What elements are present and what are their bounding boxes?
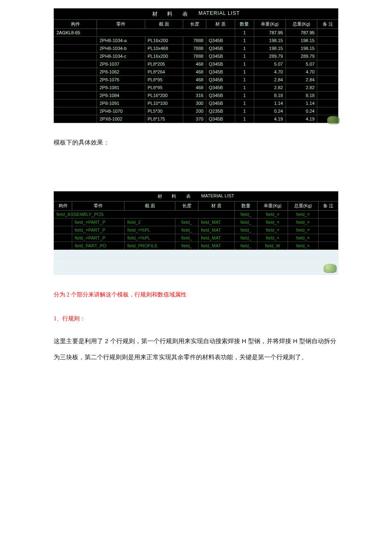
cell-length: 370: [183, 115, 206, 123]
cell-unit: 0.24: [254, 107, 286, 115]
cell-profile: PL10x468: [145, 45, 183, 52]
cell-assembly: [54, 52, 97, 60]
cell-remark: [317, 68, 338, 76]
cell-material: Q345B: [206, 37, 235, 45]
cell-part: 2PH8-1070: [97, 107, 145, 115]
cell-profile: PL16*200: [145, 92, 183, 100]
cell-qty: 1: [235, 52, 254, 60]
tcell-total: field_=: [288, 226, 318, 234]
section-heading-1: 1、行规则：: [54, 315, 338, 323]
cell-unit: 4.19: [254, 115, 286, 123]
cell-length: 468: [183, 60, 206, 68]
tcell-part: field_=PART_P: [72, 218, 125, 226]
cell-profile: PL8*95: [145, 84, 183, 92]
table-row: 2PH8-1070PL5*30200Q235B10.240.24: [54, 107, 338, 115]
cell-profile: PL8*175: [145, 115, 183, 123]
cell-assembly: [54, 45, 97, 52]
tcell-profile: field_=%PL: [125, 234, 175, 242]
cell-length: 316: [183, 92, 206, 100]
cell-assembly: [54, 115, 97, 123]
cell-total: 0.24: [286, 107, 317, 115]
tcell-remark: [318, 218, 338, 226]
template-title-row: 材 料 表 MATERIAL LIST: [54, 191, 338, 201]
cell-total: 1.14: [286, 100, 317, 107]
table-row: 2P8-1084PL16*200316Q345B18.188.18: [54, 92, 338, 100]
tcell-assembly: [54, 242, 72, 249]
cell-length: 468: [183, 84, 206, 92]
template-assembly-id: field_ASSEMBLY_POS: [54, 210, 235, 218]
cell-part: 2PH8-1034-c: [97, 52, 145, 60]
cell-qty: 1: [235, 45, 254, 52]
cell-remark: [317, 84, 338, 92]
cell-remark: [317, 100, 338, 107]
tcol-profile: 截 面: [125, 201, 175, 210]
tcell-part: field_=PART_P: [72, 234, 125, 242]
template-assembly-total: field_=: [288, 210, 318, 218]
tcell-unit: field_=: [257, 226, 288, 234]
tcell-assembly: [54, 226, 72, 234]
col-length: 长度: [183, 20, 206, 29]
tcell-length: field_: [175, 226, 198, 234]
tcol-length: 长度: [175, 201, 198, 210]
template-row: field_=PART_Pfield_2field_field_MATfield…: [54, 218, 338, 226]
cell-material: Q345B: [206, 76, 235, 84]
cell-length: 200: [183, 107, 206, 115]
cell-material: Q345B: [206, 100, 235, 107]
cell-qty: 1: [235, 84, 254, 92]
cell-profile: PL10*100: [145, 100, 183, 107]
watermark-icon: [327, 116, 340, 124]
template-assembly-unit: field_=: [257, 210, 288, 218]
table-title-row: 材 料 表 MATERIAL LIST: [54, 9, 338, 20]
table-row: 2P8-1062PL8*264468Q345B14.704.70: [54, 68, 338, 76]
template-effect-text: 模板下的具体效果：: [54, 135, 338, 150]
cell-total: 2.82: [286, 84, 317, 92]
tcell-material: field_MAT: [198, 226, 234, 234]
cell-length: 7888: [183, 37, 206, 45]
tcell-total: field_=: [288, 242, 318, 249]
cell-assembly: [54, 60, 97, 68]
tcell-assembly: [54, 218, 72, 226]
cell-unit: 8.18: [254, 92, 286, 100]
cell-assembly: [54, 107, 97, 115]
tcol-total-weight: 总重(Kg): [288, 201, 318, 210]
cell-unit: 198.15: [254, 45, 286, 52]
assembly-id: 2AGKL8-65: [54, 29, 97, 37]
template-row: field_=PART_Pfield_=%PLfield_field_MATfi…: [54, 226, 338, 234]
table-title-cn: 材 料 表: [152, 10, 192, 18]
tcell-qty: field_: [234, 234, 257, 242]
cell-total: 8.18: [286, 92, 317, 100]
cell-material: Q345B: [206, 68, 235, 76]
cell-profile: PL16x200: [145, 52, 183, 60]
template-table: 材 料 表 MATERIAL LIST 构件 零件 截 面 长度 材 质 数量 …: [54, 191, 338, 250]
tcell-assembly: [54, 234, 72, 242]
tcell-length: field_: [175, 218, 198, 226]
template-title-en: MATERIAL LIST: [201, 193, 234, 199]
material-list-table: 材 料 表 MATERIAL LIST 构件 零件 截 面 长度 材 质 数量 …: [54, 8, 338, 123]
tcell-part: field_PART_PO: [72, 242, 125, 249]
tcol-material: 材 质: [198, 201, 234, 210]
tcell-profile: field_PROFILE: [125, 242, 175, 249]
tcell-qty: field_: [234, 226, 257, 234]
tcol-qty: 数量: [234, 201, 257, 210]
col-qty: 数量: [235, 20, 254, 29]
tcell-material: field_MAT: [198, 218, 234, 226]
col-total-weight: 总重(Kg): [286, 20, 317, 29]
tcell-profile: field_=%PL: [125, 226, 175, 234]
cell-part: 2P8-1076: [97, 76, 145, 84]
cell-material: Q345B: [206, 60, 235, 68]
cell-part: 2P8-1091: [97, 100, 145, 107]
cell-assembly: [54, 68, 97, 76]
tcell-length: field_: [175, 234, 198, 242]
cell-remark: [317, 52, 338, 60]
cell-length: 7888: [183, 45, 206, 52]
cell-material: Q345B: [206, 84, 235, 92]
template-assembly-qty: field_: [234, 210, 257, 218]
tcol-part: 零件: [72, 201, 125, 210]
tcol-assembly: 构件: [54, 201, 72, 210]
cell-material: Q235B: [206, 107, 235, 115]
assembly-remark: [317, 29, 338, 37]
tcell-qty: field_: [234, 242, 257, 249]
assembly-row: 2AGKL8-65 1 787.95 787.95: [54, 29, 338, 37]
col-unit-weight: 单重(Kg): [254, 20, 286, 29]
table-row: 2PH8-1034-aPL16x2007888Q345B1198.15198.1…: [54, 37, 338, 45]
